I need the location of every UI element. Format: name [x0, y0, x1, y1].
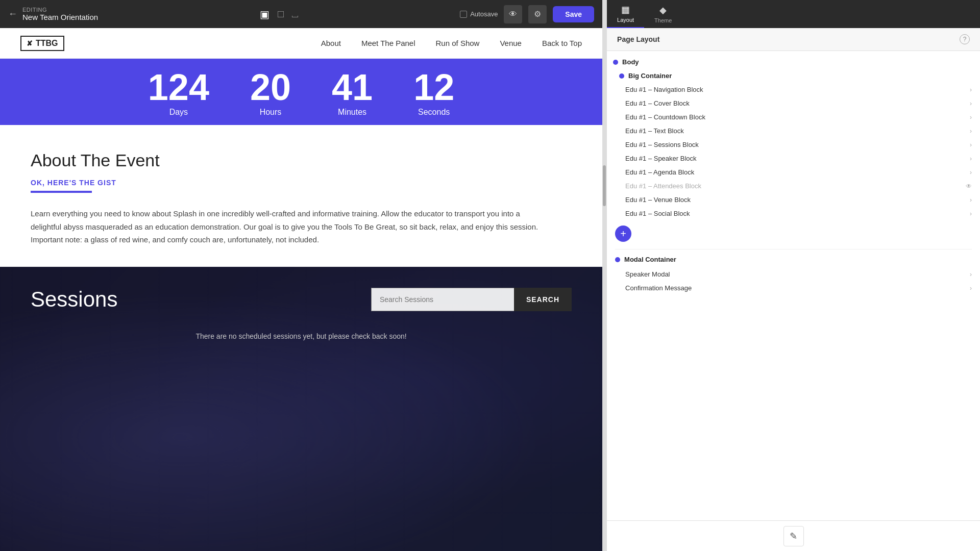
- bottom-toolbar: ✎: [607, 520, 980, 551]
- about-subtitle: OK, HERE'S THE GIST: [31, 179, 572, 187]
- preview-button[interactable]: 👁: [504, 5, 522, 23]
- countdown-block-label: Edu #1 – Countdown Block: [625, 113, 705, 121]
- countdown-hours: 20 Hours: [250, 69, 291, 117]
- agenda-block-label: Edu #1 – Agenda Block: [625, 168, 694, 176]
- attendees-block-icon: 👁: [966, 183, 972, 190]
- add-block-button[interactable]: +: [615, 226, 631, 242]
- tree-confirmation-message[interactable]: Confirmation Message ›: [607, 281, 980, 295]
- top-bar-left: ← EDITING New Team Orientation: [8, 7, 98, 21]
- nav-block-chevron: ›: [970, 86, 972, 93]
- minutes-label: Minutes: [338, 108, 366, 117]
- tree-venue-block[interactable]: Edu #1 – Venue Block ›: [607, 193, 980, 207]
- about-underline: [31, 191, 92, 193]
- tree-body[interactable]: Body: [607, 55, 980, 69]
- sessions-header: Sessions SEARCH: [31, 287, 572, 312]
- tab-theme[interactable]: ◆ Theme: [644, 0, 682, 28]
- sessions-search-area: SEARCH: [371, 288, 572, 311]
- back-arrow-icon[interactable]: ←: [8, 9, 17, 19]
- minutes-number: 41: [332, 69, 373, 106]
- settings-splash-button[interactable]: ⚙: [528, 5, 547, 23]
- layout-tree: Body Big Container Edu #1 – Navigation B…: [607, 51, 980, 520]
- about-title: About The Event: [31, 151, 572, 170]
- nav-links: About Meet The Panel Run of Show Venue B…: [321, 39, 582, 47]
- big-container-label: Big Container: [628, 72, 672, 80]
- tree-social-block[interactable]: Edu #1 – Social Block ›: [607, 207, 980, 220]
- attendees-block-label: Edu #1 – Attendees Block: [625, 182, 701, 190]
- tree-speaker-modal[interactable]: Speaker Modal ›: [607, 267, 980, 281]
- speaker-modal-label: Speaker Modal: [625, 270, 670, 278]
- tree-sessions-block[interactable]: Edu #1 – Sessions Block ›: [607, 138, 980, 152]
- days-label: Days: [169, 108, 188, 117]
- tab-layout[interactable]: ▦ Layout: [607, 0, 644, 28]
- confirmation-message-label: Confirmation Message: [625, 284, 692, 292]
- nav-link-back-to-top[interactable]: Back to Top: [542, 39, 582, 47]
- logo-icon: ✘: [27, 39, 33, 47]
- right-panel: ▦ Layout ◆ Theme Page Layout ? Body Big …: [606, 0, 980, 551]
- nav-link-venue[interactable]: Venue: [500, 39, 522, 47]
- help-icon[interactable]: ?: [960, 34, 970, 44]
- venue-block-label: Edu #1 – Venue Block: [625, 196, 691, 204]
- hours-label: Hours: [260, 108, 282, 117]
- tablet-icon[interactable]: □: [278, 8, 284, 20]
- nav-link-about[interactable]: About: [321, 39, 341, 47]
- nav-link-meet-panel[interactable]: Meet The Panel: [361, 39, 415, 47]
- sessions-block-label: Edu #1 – Sessions Block: [625, 141, 699, 148]
- nav-logo: ✘ TTBG: [20, 36, 64, 51]
- tree-text-block[interactable]: Edu #1 – Text Block ›: [607, 124, 980, 138]
- tree-agenda-block[interactable]: Edu #1 – Agenda Block ›: [607, 165, 980, 179]
- nav-block-label: Edu #1 – Navigation Block: [625, 86, 703, 93]
- desktop-icon[interactable]: ▣: [260, 8, 270, 20]
- mobile-icon[interactable]: ⎵: [292, 8, 298, 20]
- tree-big-container[interactable]: Big Container: [607, 69, 980, 83]
- layout-tab-label: Layout: [617, 17, 634, 23]
- tree-countdown-block[interactable]: Edu #1 – Countdown Block ›: [607, 110, 980, 124]
- speaker-modal-chevron: ›: [970, 271, 972, 278]
- layout-tab-icon: ▦: [621, 4, 630, 15]
- tree-modal-container[interactable]: Modal Container: [607, 252, 980, 267]
- countdown-seconds: 12 Seconds: [413, 69, 454, 117]
- about-text: Learn everything you need to know about …: [31, 207, 541, 246]
- page-layout-header: Page Layout ?: [607, 28, 980, 51]
- hours-number: 20: [250, 69, 291, 106]
- top-bar-right: Autosave 👁 ⚙ Save: [460, 5, 594, 23]
- text-block-label: Edu #1 – Text Block: [625, 127, 684, 135]
- agenda-block-chevron: ›: [970, 169, 972, 176]
- cover-block-chevron: ›: [970, 100, 972, 107]
- sessions-block-chevron: ›: [970, 141, 972, 148]
- search-button[interactable]: SEARCH: [514, 288, 572, 311]
- body-label: Body: [622, 58, 639, 66]
- save-button[interactable]: Save: [553, 6, 594, 22]
- social-block-label: Edu #1 – Social Block: [625, 210, 690, 217]
- tree-cover-block[interactable]: Edu #1 – Cover Block ›: [607, 96, 980, 110]
- tree-attendees-block[interactable]: Edu #1 – Attendees Block 👁: [607, 179, 980, 193]
- scroll-thumb: [603, 165, 606, 206]
- tree-speaker-block[interactable]: Edu #1 – Speaker Block ›: [607, 152, 980, 165]
- settings-icon-button[interactable]: ✎: [783, 526, 804, 546]
- cover-block-label: Edu #1 – Cover Block: [625, 99, 690, 107]
- countdown-days: 124 Days: [148, 69, 209, 117]
- text-block-chevron: ›: [970, 128, 972, 135]
- top-bar: ← EDITING New Team Orientation ▣ □ ⎵ Aut…: [0, 0, 602, 28]
- big-container-dot: [619, 73, 624, 79]
- sessions-title: Sessions: [31, 287, 117, 312]
- device-switcher: ▣ □ ⎵: [106, 8, 452, 20]
- modal-container-label: Modal Container: [624, 256, 676, 263]
- countdown-section: 124 Days 20 Hours 41 Minutes 12 Seconds: [0, 59, 602, 125]
- countdown-minutes: 41 Minutes: [332, 69, 373, 117]
- autosave-label[interactable]: Autosave: [460, 10, 498, 18]
- autosave-checkbox[interactable]: [460, 11, 467, 18]
- sessions-content: Sessions SEARCH There are no scheduled s…: [31, 287, 572, 340]
- about-section: About The Event OK, HERE'S THE GIST Lear…: [0, 125, 602, 267]
- nav-link-run-of-show[interactable]: Run of Show: [436, 39, 480, 47]
- tree-nav-block[interactable]: Edu #1 – Navigation Block ›: [607, 83, 980, 96]
- seconds-number: 12: [413, 69, 454, 106]
- search-sessions-input[interactable]: [371, 288, 514, 311]
- confirmation-chevron: ›: [970, 285, 972, 292]
- scroll-indicator[interactable]: [602, 0, 606, 551]
- days-number: 124: [148, 69, 209, 106]
- modal-container-dot: [615, 257, 620, 262]
- logo-text: TTBG: [36, 39, 58, 48]
- theme-tab-label: Theme: [654, 17, 672, 23]
- nav-bar: ✘ TTBG About Meet The Panel Run of Show …: [0, 28, 602, 59]
- social-block-chevron: ›: [970, 210, 972, 217]
